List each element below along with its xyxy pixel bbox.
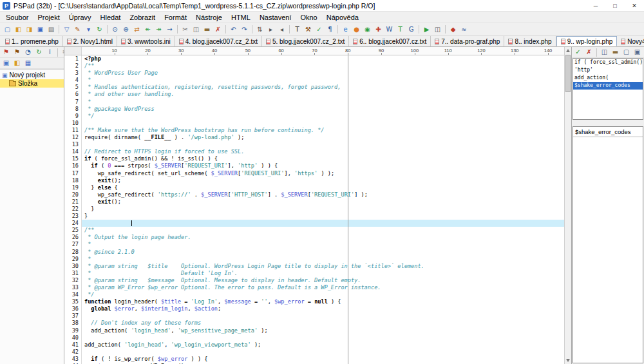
line-number[interactable]: 12 xyxy=(64,134,82,141)
line-number[interactable]: 42 xyxy=(64,349,82,356)
code-area[interactable]: 1<?php2/**3 * WordPress User Page4 *5 * … xyxy=(64,55,564,364)
line-number[interactable]: 28 xyxy=(64,249,82,256)
find-icon[interactable]: ⊙ xyxy=(109,24,120,35)
line-number[interactable]: 35 xyxy=(64,298,82,305)
find-previous-icon[interactable]: ↞ xyxy=(142,24,153,35)
line-number[interactable]: 19 xyxy=(64,184,82,191)
menu-item-7[interactable]: Nástroje xyxy=(191,12,227,23)
find-next-icon[interactable]: ↠ xyxy=(153,24,164,35)
undo-icon[interactable]: ↶ xyxy=(228,24,239,35)
line-number[interactable]: 20 xyxy=(64,191,82,198)
line-number[interactable]: 41 xyxy=(64,341,82,349)
tab-7[interactable]: 7.. data-pro-graf.php xyxy=(431,36,504,46)
text-diff-icon[interactable]: ≈ xyxy=(459,24,469,35)
tab-9[interactable]: 9.. wp-login.php xyxy=(556,36,618,46)
tab-4[interactable]: 4. blog.jjacek007.cz_2.txt xyxy=(175,36,262,46)
line-number[interactable]: 2 xyxy=(64,62,82,70)
cancel-icon[interactable]: ✗ xyxy=(583,47,594,57)
line-number[interactable]: 26 xyxy=(64,234,82,241)
line-number[interactable]: 29 xyxy=(64,256,82,263)
firefox-preview-icon[interactable]: ● xyxy=(351,24,362,35)
line-number[interactable]: 13 xyxy=(64,141,82,148)
line-number[interactable]: 15 xyxy=(64,155,82,162)
line-number[interactable]: 39 xyxy=(64,327,82,334)
html-check-icon[interactable]: ✚ xyxy=(373,24,384,35)
menu-item-10[interactable]: Okno xyxy=(296,12,321,23)
menu-item-5[interactable]: Zobrazit xyxy=(125,12,160,23)
clipboard-item[interactable]: $shake_error_codes xyxy=(573,82,643,90)
line-number[interactable]: 22 xyxy=(64,206,82,213)
tools-icon[interactable]: ⚒ xyxy=(303,24,314,35)
close-button[interactable]: ✕ xyxy=(625,0,644,12)
line-number[interactable]: 7 xyxy=(64,99,82,106)
clipboard-item[interactable]: add_action( xyxy=(573,74,643,82)
menu-item-11[interactable]: Nápověda xyxy=(322,12,363,23)
spell-check-icon[interactable]: ✓ xyxy=(314,24,325,35)
clip-save-icon[interactable]: ▣ xyxy=(632,47,643,57)
print-icon[interactable]: ▤ xyxy=(46,24,57,35)
editor-vertical-scrollbar[interactable] xyxy=(564,47,571,364)
menu-item-9[interactable]: Nastavení xyxy=(255,12,296,23)
scrollbar-thumb[interactable] xyxy=(565,55,571,92)
sort-lines-icon[interactable]: ⇅ xyxy=(254,24,265,35)
line-number[interactable]: 8 xyxy=(64,106,82,113)
menu-item-6[interactable]: Formát xyxy=(160,12,191,23)
line-number[interactable]: 17 xyxy=(64,170,82,177)
clip-detail-panel[interactable]: $shake_error_codes xyxy=(573,126,643,363)
tab-10[interactable]: Novy4.html xyxy=(617,36,644,46)
ie-preview-icon[interactable]: e xyxy=(340,24,351,35)
cut-icon[interactable]: ✂ xyxy=(180,24,191,35)
line-number[interactable]: 9 xyxy=(64,113,82,120)
line-number[interactable]: 31 xyxy=(64,270,82,277)
run-script-icon[interactable]: ▶ xyxy=(421,24,432,35)
clip-copy-icon[interactable]: ◫ xyxy=(599,47,610,57)
line-number[interactable]: 43 xyxy=(64,356,82,363)
line-number[interactable]: 38 xyxy=(64,320,82,327)
w3c-validate-icon[interactable]: W xyxy=(384,24,395,35)
line-number[interactable]: 18 xyxy=(64,177,82,184)
clip-paste-icon[interactable]: ▬ xyxy=(610,47,621,57)
line-number[interactable]: 3 xyxy=(64,70,82,77)
line-number[interactable]: 23 xyxy=(64,213,82,220)
find-in-files-icon[interactable]: ⊕ xyxy=(120,24,131,35)
timer-icon[interactable]: ◔ xyxy=(23,47,33,57)
line-number[interactable]: 33 xyxy=(64,284,82,291)
scroll-down-arrow-icon[interactable] xyxy=(565,357,571,364)
copy-icon[interactable]: ◫ xyxy=(191,24,202,35)
paste-icon[interactable]: ▬ xyxy=(202,24,213,35)
project-new-icon[interactable]: ▣ xyxy=(1,58,12,68)
line-number[interactable]: 6 xyxy=(64,91,82,98)
clipboard-item[interactable]: if ( force_ssl_admin() && ! is_ssl() ) { xyxy=(573,59,643,66)
info-icon[interactable]: i xyxy=(44,47,55,57)
edit-file-icon[interactable]: ✎ xyxy=(72,24,83,35)
line-number[interactable]: 34 xyxy=(64,291,82,298)
line-number[interactable]: 25 xyxy=(64,227,82,234)
line-number[interactable]: 30 xyxy=(64,263,82,270)
open-file-icon[interactable]: ◧ xyxy=(13,24,24,35)
line-number[interactable]: 4 xyxy=(64,77,82,84)
tab-6[interactable]: 6.. blog.jjacek007.cz.txt xyxy=(349,36,431,46)
delete-icon[interactable]: ✗ xyxy=(213,24,223,35)
change-case-icon[interactable]: T xyxy=(292,24,303,35)
line-number[interactable]: 40 xyxy=(64,334,82,341)
line-number[interactable]: 37 xyxy=(64,312,82,320)
redo-icon[interactable]: ↷ xyxy=(239,24,250,35)
add-favorite-icon[interactable]: ◨ xyxy=(24,24,35,35)
refresh-icon[interactable]: ↻ xyxy=(33,47,44,57)
tab-2[interactable]: 2. Novy1.html xyxy=(63,36,117,46)
replace-icon[interactable]: ⇄ xyxy=(131,24,142,35)
tab-8[interactable]: 8.. index.php xyxy=(504,36,556,46)
indent-icon[interactable]: ▸ xyxy=(265,24,276,35)
line-number[interactable]: 21 xyxy=(64,198,82,206)
tab-3[interactable]: 3. wwwtools.ini xyxy=(117,36,175,46)
flag-alt-icon[interactable]: ⚑ xyxy=(12,47,23,57)
line-number[interactable]: 11 xyxy=(64,127,82,134)
line-number[interactable]: 27 xyxy=(64,241,82,248)
apply-icon[interactable]: ✓ xyxy=(573,47,583,57)
clip-clear-icon[interactable]: ▢ xyxy=(621,47,632,57)
flag-icon[interactable]: ⚑ xyxy=(1,47,12,57)
macro-icon[interactable]: ◆ xyxy=(448,24,459,35)
special-chars-icon[interactable]: ¶ xyxy=(325,24,336,35)
google-search-icon[interactable]: G xyxy=(406,24,417,35)
new-file-icon[interactable]: ▢ xyxy=(2,24,13,35)
